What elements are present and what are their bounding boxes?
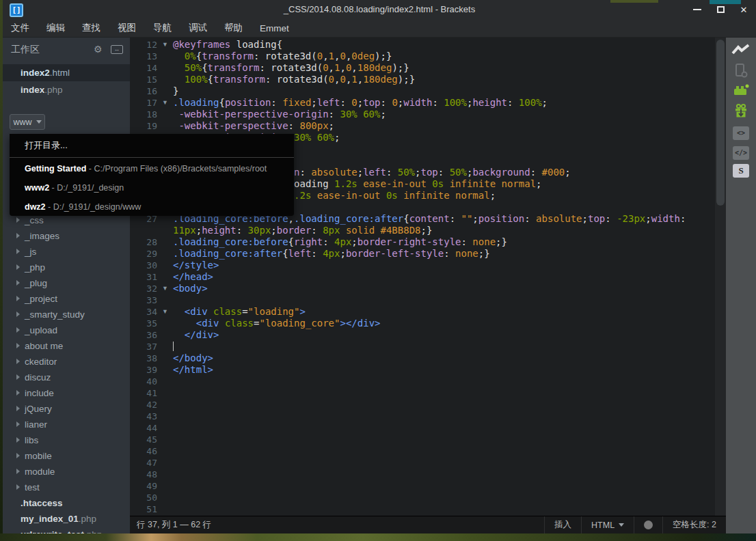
code-line[interactable]: 46 — [130, 445, 715, 457]
code-line[interactable]: 17▼.loading{position: fixed;left: 0;top:… — [130, 97, 715, 109]
tree-item-_upload[interactable]: _upload — [3, 322, 130, 338]
recent-project-Getting Started[interactable]: Getting Started - C:/Program Files (x86)… — [25, 164, 267, 178]
code-line[interactable]: 15 100%{transform: rotate3d(0,0,1,180deg… — [130, 74, 715, 85]
code-line[interactable]: 11px;height: 30px;border: 8px solid #4BB… — [130, 225, 715, 236]
recent-project-dwz2[interactable]: dwz2 - D:/_9191/_design/www — [25, 202, 141, 216]
mobile-preview-icon[interactable] — [726, 61, 756, 79]
code-line[interactable]: 12▼@keyframes loading{ — [130, 39, 715, 51]
menu-item-导航[interactable]: 导航 — [153, 22, 172, 34]
token: : rotate3d( — [259, 62, 323, 73]
code-line[interactable]: 38</body> — [130, 352, 715, 364]
code-line[interactable]: 44 — [130, 422, 715, 434]
code-line[interactable]: 41 — [130, 387, 715, 399]
tree-item-lianer[interactable]: lianer — [3, 417, 130, 432]
menu-item-文件[interactable]: 文件 — [11, 22, 29, 34]
code-line[interactable]: 48 — [130, 469, 715, 480]
menu-item-调试[interactable]: 调试 — [189, 22, 207, 34]
working-file-index2.html[interactable]: index2.html — [3, 64, 130, 81]
fold-arrow-icon[interactable]: ▼ — [162, 283, 168, 294]
tree-item-_images[interactable]: _images — [3, 228, 130, 244]
tree-item-discuz[interactable]: discuz — [3, 370, 130, 385]
code-editor[interactable]: 12▼@keyframes loading{13 0%{transform: r… — [130, 38, 715, 516]
menu-item-帮助[interactable]: 帮助 — [224, 22, 243, 34]
code-line[interactable]: 14 50%{transform: rotate3d(0,1,0,180deg)… — [130, 62, 715, 74]
menu-item-查找[interactable]: 查找 — [82, 22, 100, 34]
tree-item-ckeditor[interactable]: ckeditor — [3, 354, 130, 370]
extension-updates-gift-icon[interactable] — [726, 102, 756, 120]
code-fold-icon[interactable]: </> — [726, 144, 756, 162]
tree-item-libs[interactable]: libs — [3, 432, 130, 448]
code-line[interactable]: 43 — [130, 411, 715, 422]
code-overview-icon[interactable]: <> — [726, 124, 756, 142]
code-line[interactable]: 47 — [130, 457, 715, 469]
code-line[interactable]: 31</head> — [130, 271, 715, 283]
menu-item-Emmet[interactable]: Emmet — [260, 23, 289, 33]
language-selector[interactable]: HTML — [581, 516, 634, 533]
tree-item-about me[interactable]: about me — [3, 338, 130, 354]
code-line[interactable]: 37 — [130, 341, 715, 352]
fold-arrow-icon[interactable]: ▼ — [162, 39, 168, 51]
token: absolute — [311, 167, 357, 178]
project-entry-name: www2 — [25, 183, 49, 193]
recent-project-www2[interactable]: www2 - D:/_9191/_design — [25, 183, 124, 197]
tree-item-mobile[interactable]: mobile — [3, 448, 130, 464]
code-line[interactable]: 42 — [130, 399, 715, 411]
project-dropdown-button[interactable]: www — [10, 114, 45, 130]
tree-item-_js[interactable]: _js — [3, 244, 130, 260]
code-line[interactable]: 39</html> — [130, 364, 715, 376]
token: ; — [542, 97, 548, 108]
tree-item-my_index_01[interactable]: my_index_01.php — [3, 511, 130, 527]
code-line[interactable]: 36 </div> — [130, 329, 715, 341]
tree-item-_smarty_study[interactable]: _smarty_study — [3, 307, 130, 322]
code-line[interactable]: 50 — [130, 492, 715, 503]
tree-item-_plug[interactable]: _plug — [3, 275, 130, 291]
tree-item-_project[interactable]: _project — [3, 291, 130, 307]
code-line[interactable]: 13 0%{transform: rotate3d(0,1,0,0deg);} — [130, 51, 715, 62]
code-line[interactable]: 30</style> — [130, 260, 715, 271]
tree-item-include[interactable]: include — [3, 385, 130, 401]
code-line[interactable]: 28.loading_core:before{right: 4px;border… — [130, 236, 715, 248]
code-line[interactable]: 45 — [130, 434, 715, 445]
s-extension-icon[interactable]: S — [726, 162, 756, 180]
code-text: </style> — [173, 260, 219, 271]
working-file-index.php[interactable]: index.php — [3, 81, 130, 98]
fold-arrow-icon[interactable]: ▼ — [162, 306, 168, 318]
code-line[interactable]: 16} — [130, 85, 715, 97]
minimize-button[interactable] — [692, 5, 703, 14]
code-line[interactable]: 33 — [130, 294, 715, 306]
editor-scrollbar[interactable] — [715, 38, 726, 516]
code-line[interactable]: 40 — [130, 376, 715, 387]
code-line[interactable]: 29.loading_core:after{left: 4px;border-l… — [130, 248, 715, 260]
tree-item-.htaccess[interactable]: .htaccess — [3, 495, 130, 511]
menu-item-视图[interactable]: 视图 — [118, 22, 136, 34]
code-line[interactable]: 35 <div class="loading_core"></div> — [130, 318, 715, 329]
insert-mode-indicator[interactable]: 插入 — [544, 516, 581, 533]
split-view-icon[interactable]: ↔ — [111, 45, 123, 54]
code-line[interactable]: 32▼<body> — [130, 283, 715, 294]
tree-item-jQuery[interactable]: jQuery — [3, 401, 130, 417]
tree-item-urlrewrite_test[interactable]: urlrewrite_test.php — [3, 527, 130, 533]
code-line[interactable]: 34▼ <div class="loading"> — [130, 306, 715, 318]
token: ; — [472, 213, 478, 224]
indent-setting[interactable]: 空格长度: 2 — [662, 516, 726, 533]
code-line[interactable]: 18 -webkit-perspective-origin: 30% 60%; — [130, 109, 715, 120]
token: :before — [248, 236, 288, 247]
close-button[interactable]: ✕ — [738, 5, 749, 14]
tree-item-module[interactable]: module — [3, 464, 130, 480]
menu-item-编辑[interactable]: 编辑 — [46, 22, 65, 34]
live-preview-icon[interactable] — [726, 41, 756, 59]
code-line[interactable]: 19 -webkit-perspective: 800px; — [130, 120, 715, 132]
scrollbar-thumb[interactable] — [716, 40, 725, 206]
code-line[interactable]: 49 — [130, 480, 715, 492]
token: 60% — [317, 132, 334, 143]
maximize-button[interactable] — [715, 5, 726, 14]
gear-icon[interactable]: ⚙ — [94, 44, 103, 55]
tree-item-test[interactable]: test — [3, 480, 130, 495]
tree-item-_php[interactable]: _php — [3, 260, 130, 275]
status-indicator[interactable] — [634, 516, 662, 533]
fold-arrow-icon[interactable]: ▼ — [162, 97, 168, 109]
line-number: 17 — [130, 97, 157, 109]
open-folder-menu-item[interactable]: 打开目录... — [25, 139, 68, 152]
code-line[interactable]: 51 — [130, 503, 715, 515]
extension-manager-icon[interactable] — [726, 81, 756, 99]
